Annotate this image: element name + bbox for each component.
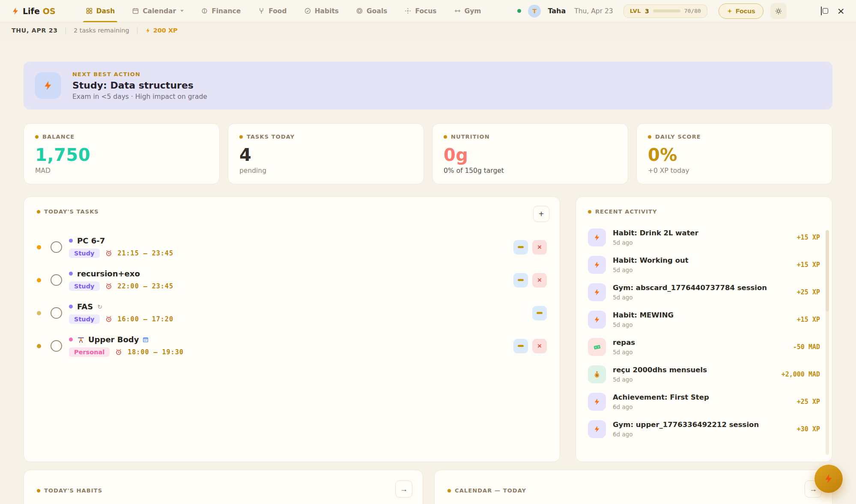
- activity-value: +15 XP: [793, 261, 820, 269]
- tasks-count-value: 4: [239, 145, 412, 165]
- divider: [137, 27, 137, 34]
- priority-dot: [37, 311, 41, 315]
- balance-currency: MAD: [35, 167, 208, 175]
- activity-title: reçu 2000dhs mensuels: [613, 366, 707, 374]
- panel-dot: [447, 489, 451, 492]
- task-tag: Study: [69, 282, 100, 291]
- task-time: 21:15 – 23:45: [118, 249, 173, 257]
- tab-food[interactable]: Food: [258, 0, 286, 22]
- activity-icon-tile: [588, 393, 606, 411]
- snooze-task-button[interactable]: [513, 339, 528, 353]
- category-dot: [69, 305, 73, 308]
- repeat-icon: ↻: [97, 303, 102, 310]
- check-circle-icon: [304, 7, 311, 15]
- close-button[interactable]: ×: [837, 6, 845, 16]
- task-title: recursion+exo: [77, 269, 140, 278]
- grid-icon: [86, 7, 93, 15]
- tab-dash[interactable]: Dash: [86, 0, 115, 22]
- activity-item: Habit: Working out5d ago +15 XP: [588, 256, 820, 274]
- focus-button-label: Focus: [736, 7, 755, 15]
- activity-icon-tile: $: [588, 365, 606, 383]
- topbar-right: T Taha Thu, Apr 23 LVL 3 70/80 Focus ×: [517, 3, 845, 19]
- task-row: PC 6-7 Study 21:15 – 23:45 ×: [37, 236, 547, 258]
- quick-action-fab[interactable]: [814, 465, 843, 493]
- task-row: recursion+exo Study 22:00 – 23:45 ×: [37, 269, 547, 291]
- activity-icon-tile: [588, 311, 606, 329]
- activity-item: Habit: Drink 2L water5d ago +15 XP: [588, 228, 820, 246]
- alarm-icon: [105, 250, 112, 257]
- next-best-action-banner[interactable]: NEXT BEST ACTION Study: Data structures …: [24, 62, 832, 110]
- focus-session-button[interactable]: Focus: [719, 3, 764, 19]
- add-task-button[interactable]: +: [533, 206, 549, 222]
- scrollbar[interactable]: [826, 230, 829, 455]
- category-dot: [69, 272, 73, 276]
- life-os-window: Life OS Dash Calendar Finance Food: [0, 0, 856, 504]
- activity-title: Achievement: First Step: [613, 393, 709, 401]
- tab-habits[interactable]: Habits: [304, 0, 339, 22]
- snooze-task-button[interactable]: [532, 306, 547, 320]
- balance-value: 1,750: [35, 145, 208, 165]
- scrollbar-thumb[interactable]: [826, 230, 829, 311]
- xp-ratio: 70/80: [684, 8, 701, 14]
- card-dot: [35, 135, 39, 139]
- priority-dot: [37, 245, 41, 249]
- theme-toggle-button[interactable]: [770, 3, 787, 19]
- dumbbell-icon: [454, 7, 461, 15]
- top-nav: Life OS Dash Calendar Finance Food: [0, 0, 856, 22]
- snooze-task-button[interactable]: [513, 273, 528, 288]
- task-row: FAS↻ Study 16:00 – 17:20: [37, 302, 547, 324]
- task-title: FAS↻: [77, 302, 102, 311]
- bolt-icon: [593, 316, 601, 323]
- task-row: Upper Body Personal 18:00 – 19:30 ×: [37, 335, 547, 357]
- tab-goals[interactable]: Goals: [356, 0, 387, 22]
- activity-item: repas5d ago -50 MAD: [588, 338, 820, 356]
- bolt-icon: [593, 425, 601, 433]
- bolt-icon: [593, 398, 601, 406]
- stat-cards-row: BALANCE 1,750 MAD TASKS TODAY 4 pending …: [24, 123, 832, 184]
- restore-button[interactable]: [821, 7, 822, 15]
- calendar-today-panel: CALENDAR — TODAY →: [434, 470, 832, 504]
- activity-list: Habit: Drink 2L water5d ago +15 XP Habit…: [588, 228, 820, 438]
- main-row: TODAY'S TASKS + PC 6-7 Study 21:: [24, 196, 832, 462]
- task-checkbox[interactable]: [51, 340, 62, 352]
- tab-finance[interactable]: Finance: [201, 0, 241, 22]
- protein-value: 0g: [444, 145, 617, 165]
- tab-label: Habits: [315, 7, 339, 15]
- tab-focus[interactable]: Focus: [404, 0, 436, 22]
- open-habits-button[interactable]: →: [395, 480, 412, 498]
- panel-title: RECENT ACTIVITY: [595, 208, 657, 215]
- nutrition-card: NUTRITION 0g 0% of 150g target: [432, 123, 628, 184]
- panel-dot: [37, 489, 40, 492]
- sun-icon: [775, 7, 782, 15]
- activity-time: 5d ago: [613, 376, 707, 383]
- action-title: Study: Data structures: [72, 80, 207, 91]
- activity-time: 6d ago: [613, 403, 709, 410]
- snooze-task-button[interactable]: [513, 240, 528, 255]
- activity-value: +15 XP: [793, 234, 820, 241]
- task-tag: Personal: [69, 347, 110, 357]
- activity-value: +30 XP: [793, 425, 820, 433]
- delete-task-button[interactable]: ×: [532, 240, 547, 255]
- delete-task-button[interactable]: ×: [532, 339, 547, 353]
- tab-calendar[interactable]: Calendar: [132, 0, 184, 22]
- activity-time: 5d ago: [613, 321, 674, 328]
- delete-task-button[interactable]: ×: [532, 273, 547, 288]
- activity-icon-tile: [588, 338, 606, 356]
- alarm-icon: [115, 349, 122, 356]
- tab-gym[interactable]: Gym: [454, 0, 481, 22]
- tab-label: Calendar: [143, 7, 176, 15]
- task-checkbox[interactable]: [51, 241, 62, 253]
- activity-value: +25 XP: [793, 398, 820, 406]
- avatar[interactable]: T: [528, 5, 541, 18]
- action-label: NEXT BEST ACTION: [72, 71, 207, 77]
- app-logo: Life OS: [11, 6, 56, 16]
- todays-habits-panel: TODAY'S HABITS →: [24, 470, 423, 504]
- task-checkbox[interactable]: [51, 274, 62, 286]
- subbar-date: THU, APR 23: [12, 27, 58, 34]
- task-tag: Study: [69, 249, 100, 258]
- task-checkbox[interactable]: [51, 307, 62, 319]
- bottom-row: TODAY'S HABITS → CALENDAR — TODAY →: [24, 470, 832, 504]
- panel-title: TODAY'S TASKS: [44, 208, 99, 215]
- activity-icon-tile: [588, 283, 606, 301]
- bolt-icon: [593, 234, 601, 241]
